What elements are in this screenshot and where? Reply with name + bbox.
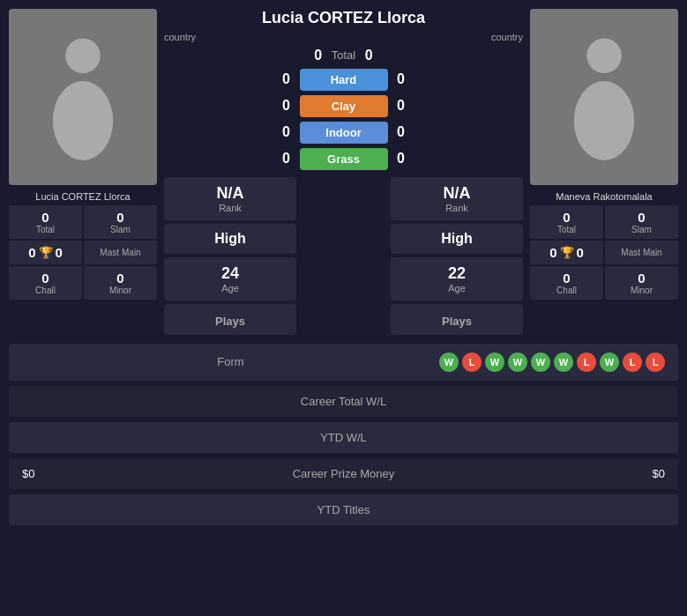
hard-button[interactable]: Hard <box>300 69 388 91</box>
left-player-photo <box>9 9 157 185</box>
grass-left-score: 0 <box>279 151 295 167</box>
left-player-name-center: Lucia CORTEZ Llorca <box>262 9 425 28</box>
trophy-icon-right: 🏆 <box>560 246 574 259</box>
clay-row: 0 Clay 0 <box>279 95 409 117</box>
left-total-score: 0 <box>310 48 326 63</box>
left-plays-box: Plays <box>164 304 296 335</box>
right-total-cell: 0 Total <box>530 205 603 239</box>
left-chall-cell: 0 Chall <box>9 266 82 300</box>
left-main-val: 0 <box>56 245 63 260</box>
left-prize: $0 <box>22 467 236 480</box>
grass-right-score: 0 <box>393 151 409 167</box>
center-column: Lucia CORTEZ Llorca country country 0 To… <box>164 9 523 335</box>
center-detail-boxes: N/A Rank High 24 Age Plays <box>164 177 523 335</box>
right-country: country <box>491 32 523 42</box>
left-age-val: 24 <box>175 264 286 283</box>
win-badge: W <box>439 353 459 372</box>
left-detail-boxes: N/A Rank High 24 Age Plays <box>164 177 296 335</box>
left-mast-val: 0 <box>28 245 35 260</box>
left-silhouette <box>9 9 157 185</box>
loss-badge: L <box>646 353 665 372</box>
left-player-name: Lucia CORTEZ Llorca <box>35 191 130 202</box>
left-rank-box: N/A Rank <box>164 177 296 220</box>
right-chall-cell: 0 Chall <box>530 266 603 300</box>
right-silhouette <box>530 9 678 185</box>
ytd-titles-label: YTD Titles <box>22 503 665 516</box>
grass-button[interactable]: Grass <box>300 148 388 170</box>
left-age-lbl: Age <box>175 283 286 293</box>
win-badge: W <box>508 353 527 372</box>
right-total-score: 0 <box>361 48 377 63</box>
win-badge: W <box>531 353 550 372</box>
career-prize-label: Career Prize Money <box>236 467 451 480</box>
right-age-val: 22 <box>401 264 512 283</box>
bottom-section: Form WLWWWWLWLL Career Total W/L YTD W/L… <box>9 344 678 525</box>
right-main-lbl: Main <box>643 248 662 257</box>
clay-right-score: 0 <box>393 98 409 114</box>
left-chall-val: 0 <box>11 271 79 286</box>
total-label: Total <box>332 48 355 62</box>
left-country: country <box>164 32 196 42</box>
indoor-button[interactable]: Indoor <box>300 122 388 144</box>
right-slam-cell: 0 Slam <box>605 205 678 239</box>
right-rank-box: N/A Rank <box>391 177 523 220</box>
form-label: Form <box>22 355 439 368</box>
ytd-wl-row: YTD W/L <box>9 422 678 453</box>
right-plays-lbl: Plays <box>401 315 512 328</box>
form-row: Form WLWWWWLWLL <box>9 344 678 381</box>
main-container: Lucia CORTEZ Llorca 0 Total 0 Slam 0 🏆 <box>0 0 687 539</box>
indoor-right-score: 0 <box>393 124 409 140</box>
right-minor-val: 0 <box>608 271 676 286</box>
ytd-wl-label: YTD W/L <box>22 431 665 444</box>
right-player-column: Maneva Rakotomalala 0 Total 0 Slam 0 🏆 <box>530 9 678 335</box>
hard-left-score: 0 <box>279 71 295 87</box>
left-plays-lbl: Plays <box>175 315 286 328</box>
left-main-lbl: Main <box>122 248 141 257</box>
right-player-name: Maneva Rakotomalala <box>556 191 652 202</box>
loss-badge: L <box>462 353 482 372</box>
right-mast-val: 0 <box>549 245 556 260</box>
clay-left-score: 0 <box>279 98 295 114</box>
left-minor-val: 0 <box>86 271 154 286</box>
right-stats-grid: 0 Total 0 Slam 0 🏆 0 Mast Main <box>530 205 678 300</box>
ytd-titles-row: YTD Titles <box>9 494 678 525</box>
left-high-val: High <box>175 231 286 247</box>
win-badge: W <box>485 353 504 372</box>
right-plays-box: Plays <box>391 304 523 335</box>
right-main-val: 0 <box>577 245 584 260</box>
right-minor-lbl: Minor <box>608 286 676 295</box>
career-prize-row: $0 Career Prize Money $0 <box>9 458 678 489</box>
left-stats-grid: 0 Total 0 Slam 0 🏆 0 Mast Main <box>9 205 157 300</box>
right-slam-val: 0 <box>608 210 676 225</box>
right-mast-cell: 0 🏆 0 <box>530 241 603 264</box>
left-total-val: 0 <box>11 210 79 225</box>
right-chall-lbl: Chall <box>533 286 601 295</box>
right-age-box: 22 Age <box>391 257 523 301</box>
comparison-layout: Lucia CORTEZ Llorca 0 Total 0 Slam 0 🏆 <box>9 9 678 335</box>
right-high-box: High <box>391 224 523 254</box>
svg-point-3 <box>574 81 634 160</box>
left-slam-val: 0 <box>86 210 154 225</box>
right-detail-boxes: N/A Rank High 22 Age Plays <box>391 177 523 335</box>
total-row: 0 Total 0 <box>310 48 377 63</box>
loss-badge: L <box>623 353 642 372</box>
right-total-val: 0 <box>533 210 601 225</box>
career-wl-label: Career Total W/L <box>22 395 665 408</box>
right-chall-val: 0 <box>533 271 601 286</box>
win-badge: W <box>554 353 573 372</box>
clay-button[interactable]: Clay <box>300 95 388 117</box>
right-mast-lbl: Mast <box>621 248 640 257</box>
right-slam-lbl: Slam <box>608 225 676 234</box>
right-minor-cell: 0 Minor <box>605 266 678 300</box>
left-mast-cell: 0 🏆 0 <box>9 241 82 264</box>
right-high-val: High <box>401 231 512 247</box>
left-mast-lbl: Mast <box>100 248 119 257</box>
right-player-stats: 0 Total 0 Slam 0 🏆 0 Mast Main <box>530 205 678 300</box>
left-mast-lbl-cell: Mast Main <box>84 241 157 264</box>
trophy-icon-left: 🏆 <box>39 246 53 259</box>
left-chall-lbl: Chall <box>11 286 79 295</box>
loss-badge: L <box>577 353 596 372</box>
left-minor-cell: 0 Minor <box>84 266 157 300</box>
indoor-left-score: 0 <box>279 124 295 140</box>
svg-point-2 <box>586 38 622 73</box>
